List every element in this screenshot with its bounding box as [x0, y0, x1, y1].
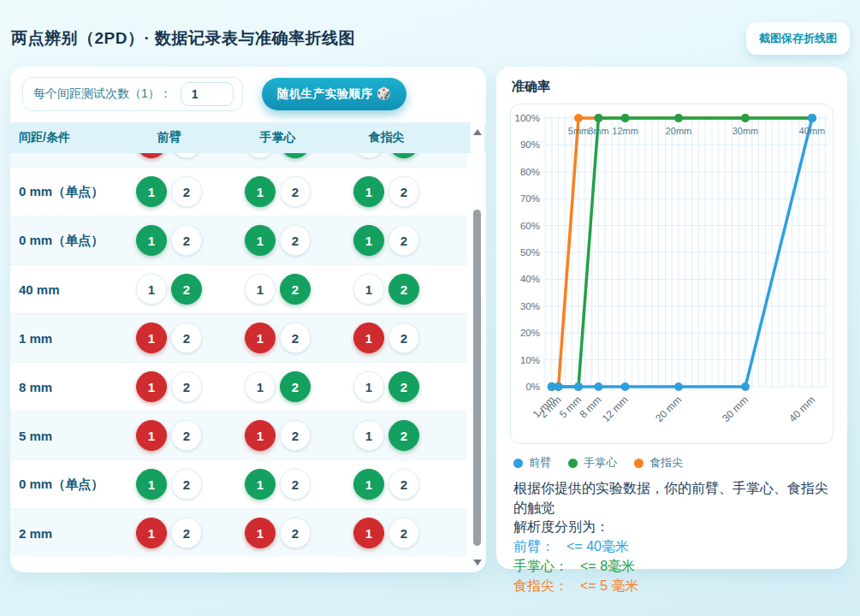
legend-label: 前臂 [529, 455, 551, 471]
table-row: 0 mm（单点）121212 [10, 216, 467, 264]
answer-button-1[interactable]: 1 [245, 371, 276, 402]
scrollbar-thumb[interactable] [473, 210, 481, 546]
answer-button-2[interactable]: 2 [388, 323, 419, 353]
row-label: 5 mm [10, 429, 115, 443]
answer-button-1[interactable]: 1 [245, 420, 276, 451]
chart-title: 准确率 [512, 79, 832, 95]
answer-cell: 12 [332, 371, 441, 402]
chart-card: 准确率 0%10%20%30%40%50%60%70%80%90%100%1 m… [496, 67, 847, 569]
answer-button-2[interactable]: 2 [388, 420, 419, 451]
legend-item[interactable]: 食指尖 [634, 455, 683, 471]
summary-result-value: <= 8毫米 [580, 559, 635, 573]
svg-text:2 mm: 2 mm [537, 394, 564, 420]
answer-button-1[interactable]: 1 [353, 274, 384, 305]
answer-cell: 12 [223, 420, 332, 451]
answer-cell: 12 [115, 518, 223, 548]
answer-button-1[interactable]: 1 [245, 323, 276, 353]
answer-button-1[interactable]: 1 [353, 469, 384, 500]
answer-button-1[interactable]: 1 [136, 274, 167, 305]
column-header: 食指尖 [332, 130, 441, 145]
svg-text:12mm: 12mm [612, 126, 638, 136]
answer-cell: 12 [332, 274, 441, 305]
scrollbar-down-icon[interactable] [473, 560, 482, 566]
answer-button-2[interactable]: 2 [280, 371, 311, 402]
scrollbar-up-icon[interactable] [473, 129, 482, 135]
legend-item[interactable]: 前臂 [513, 455, 551, 471]
answer-button-2[interactable]: 2 [280, 176, 311, 207]
answer-button-1[interactable]: 1 [353, 518, 384, 548]
row-label: 2 mm [10, 526, 115, 541]
answer-button-2[interactable]: 2 [280, 274, 311, 305]
answer-button-1[interactable]: 1 [136, 225, 167, 256]
table-row: 0 mm（单点）121212 [10, 459, 467, 508]
answer-cell: 12 [223, 469, 332, 500]
answer-button-2[interactable]: 2 [388, 176, 419, 207]
answer-button-2[interactable]: 2 [280, 225, 311, 256]
answer-button-2[interactable]: 2 [388, 371, 419, 402]
column-header: 前臂 [115, 130, 223, 145]
svg-text:30%: 30% [520, 301, 540, 311]
legend-dot-icon [513, 459, 523, 468]
svg-text:5mm: 5mm [568, 126, 589, 136]
answer-cell: 12 [115, 176, 223, 207]
answer-cell: 12 [332, 518, 441, 548]
trials-input[interactable] [181, 82, 234, 106]
save-chart-button[interactable]: 截图保存折线图 [746, 22, 850, 55]
row-label: 8 mm [10, 380, 115, 394]
answer-button-2[interactable]: 2 [171, 469, 202, 500]
answer-button-1[interactable]: 1 [353, 371, 384, 402]
answer-button-2[interactable]: 2 [388, 518, 419, 548]
answer-cell: 12 [223, 176, 332, 207]
answer-button-1[interactable]: 1 [245, 469, 276, 500]
randomize-button[interactable]: 随机生产实验顺序 🎲 [262, 78, 407, 110]
answer-button-1[interactable]: 1 [353, 420, 384, 451]
answer-button-2[interactable]: 2 [171, 518, 202, 548]
svg-text:50%: 50% [520, 247, 540, 258]
answer-button-1[interactable]: 1 [136, 371, 167, 402]
answer-cell: 12 [223, 274, 332, 305]
answer-button-2[interactable]: 2 [388, 469, 419, 500]
data-table-card: 每个间距测试次数（1）： 随机生产实验顺序 🎲 间距/条件前臂手掌心食指尖 12… [10, 67, 486, 572]
answer-button-1[interactable]: 1 [245, 274, 276, 305]
legend-item[interactable]: 手掌心 [568, 455, 617, 471]
answer-cell: 12 [115, 420, 223, 451]
answer-button-2[interactable]: 2 [280, 518, 311, 548]
answer-cell: 12 [223, 323, 332, 353]
answer-button-1[interactable]: 1 [245, 225, 276, 256]
answer-button-2[interactable]: 2 [280, 323, 311, 353]
answer-cell: 12 [115, 225, 223, 256]
page-title: 两点辨别（2PD）· 数据记录表与准确率折线图 [11, 27, 355, 50]
answer-button-2[interactable]: 2 [388, 274, 419, 305]
answer-button-2[interactable]: 2 [171, 371, 202, 402]
answer-button-1[interactable]: 1 [245, 518, 276, 548]
answer-button-1[interactable]: 1 [136, 518, 167, 548]
answer-button-2[interactable]: 2 [171, 225, 202, 256]
answer-button-1[interactable]: 1 [136, 323, 167, 353]
row-label: 0 mm（单点） [10, 184, 115, 200]
table-scrollbar[interactable] [471, 122, 484, 572]
row-label: 0 mm（单点） [10, 477, 115, 493]
legend-label: 食指尖 [649, 455, 683, 471]
answer-button-2[interactable]: 2 [388, 225, 419, 256]
answer-button-1[interactable]: 1 [245, 176, 276, 207]
chart-legend: 前臂手掌心食指尖 [513, 455, 832, 471]
answer-button-2[interactable]: 2 [171, 323, 202, 353]
row-label: 40 mm [10, 282, 115, 297]
accuracy-line-chart: 0%10%20%30%40%50%60%70%80%90%100%1 mm2 m… [511, 104, 832, 442]
answer-button-1[interactable]: 1 [353, 225, 384, 256]
answer-button-1[interactable]: 1 [136, 176, 167, 207]
answer-cell: 12 [332, 420, 441, 451]
answer-button-1[interactable]: 1 [353, 176, 384, 207]
column-header: 间距/条件 [10, 130, 115, 145]
accuracy-chart: 0%10%20%30%40%50%60%70%80%90%100%1 mm2 m… [510, 104, 833, 444]
answer-button-2[interactable]: 2 [280, 469, 311, 500]
answer-button-2[interactable]: 2 [280, 420, 311, 451]
svg-text:0%: 0% [525, 382, 540, 392]
answer-button-2[interactable]: 2 [171, 176, 202, 207]
answer-button-2[interactable]: 2 [171, 274, 202, 305]
answer-cell: 12 [115, 274, 223, 305]
answer-button-2[interactable]: 2 [171, 420, 202, 451]
answer-button-1[interactable]: 1 [136, 469, 167, 500]
answer-button-1[interactable]: 1 [353, 323, 384, 353]
answer-button-1[interactable]: 1 [136, 420, 167, 451]
